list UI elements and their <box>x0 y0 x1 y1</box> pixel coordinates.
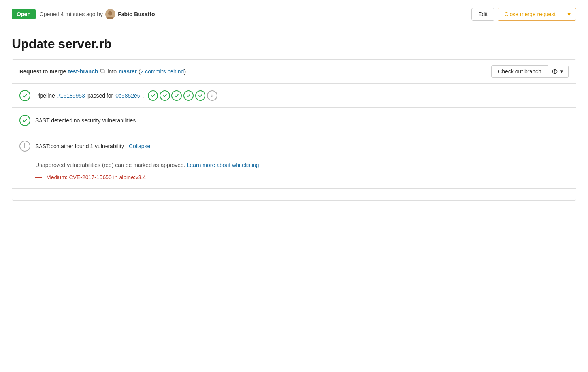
pipeline-row: Pipeline #16189953 passed for 0e5852e6. <box>12 84 576 108</box>
merge-info-right: Check out branch ▼ <box>491 65 569 78</box>
pipeline-text-middle: passed for <box>87 92 113 99</box>
sast-container-text: SAST:container found 1 vulnerability Col… <box>35 143 150 149</box>
check-3[interactable] <box>172 90 182 101</box>
svg-rect-4 <box>101 69 104 72</box>
source-branch[interactable]: test-branch <box>68 68 98 75</box>
close-mr-arrow[interactable]: ▼ <box>562 8 576 20</box>
sast-status-text: SAST detected no security vulnerabilitie… <box>35 117 136 124</box>
mr-meta: Opened 4 minutes ago by Fabio Busatto <box>40 9 155 19</box>
pipeline-text-prefix: Pipeline <box>35 92 55 99</box>
vuln-info-label: Unapproved vulnerabilities (red) can be … <box>35 162 185 168</box>
commits-behind-wrapper: (2 commits behind) <box>139 68 186 75</box>
checkout-button[interactable]: Check out branch <box>491 65 548 78</box>
avatar <box>105 9 115 19</box>
edit-button[interactable]: Edit <box>471 8 494 21</box>
vuln-dash: — <box>35 173 42 181</box>
check-4[interactable] <box>183 90 194 101</box>
svg-point-1 <box>108 11 112 16</box>
close-mr-button-group: Close merge request ▼ <box>498 8 576 21</box>
vuln-cve-link[interactable]: Medium: CVE-2017-15650 in alpine:v3.4 <box>46 174 146 180</box>
target-branch[interactable]: master <box>119 68 137 75</box>
sast-container-warning-icon: ! <box>19 141 30 152</box>
check-1[interactable] <box>148 90 158 101</box>
collapse-link[interactable]: Collapse <box>129 143 150 149</box>
commit-hash[interactable]: 0e5852e6 <box>115 92 140 99</box>
commits-behind[interactable]: 2 commits behind <box>141 68 184 75</box>
opened-text: Opened 4 minutes ago by <box>40 11 103 17</box>
vulnerability-info: Unapproved vulnerabilities (red) can be … <box>12 157 576 188</box>
vuln-item: — Medium: CVE-2017-15650 in alpine:v3.4 <box>35 173 569 181</box>
merge-info-left: Request to merge test-branch into master… <box>19 68 186 75</box>
pipeline-status-icon <box>19 90 30 101</box>
bottom-spacer <box>12 188 576 200</box>
whitelisting-link[interactable]: Learn more about whitelisting <box>187 162 259 168</box>
request-to-merge-text: Request to merge <box>19 68 66 75</box>
sast-container-header: ! SAST:container found 1 vulnerability C… <box>12 133 576 157</box>
open-badge: Open <box>12 9 36 19</box>
sast-status-icon <box>19 115 30 126</box>
sast-container-row: ! SAST:container found 1 vulnerability C… <box>12 133 576 200</box>
close-mr-label[interactable]: Close merge request <box>498 8 562 20</box>
pipeline-checks: » <box>148 90 217 101</box>
pipeline-id[interactable]: #16189953 <box>57 92 85 99</box>
copy-icon[interactable] <box>100 68 106 75</box>
sast-row: SAST detected no security vulnerabilitie… <box>12 108 576 133</box>
checkout-dropdown-arrow: ▼ <box>559 69 564 75</box>
top-bar-right: Edit Close merge request ▼ <box>471 8 576 21</box>
mr-title: Update server.rb <box>12 37 576 51</box>
merge-info-row: Request to merge test-branch into master… <box>12 60 576 84</box>
pipeline-status-text: Pipeline #16189953 passed for 0e5852e6. <box>35 90 217 101</box>
check-5[interactable] <box>195 90 205 101</box>
content-box: Request to merge test-branch into master… <box>12 59 576 201</box>
checkout-arrow-button[interactable]: ▼ <box>548 66 569 78</box>
top-bar: Open Opened 4 minutes ago by Fabio Busat… <box>12 8 576 27</box>
check-more[interactable]: » <box>207 90 217 101</box>
author-name: Fabio Busatto <box>118 11 155 17</box>
vuln-info-text: Unapproved vulnerabilities (red) can be … <box>35 162 569 168</box>
sast-container-label: SAST:container found 1 vulnerability <box>35 143 124 149</box>
into-text: into <box>107 68 117 75</box>
check-2[interactable] <box>160 90 170 101</box>
top-bar-left: Open Opened 4 minutes ago by Fabio Busat… <box>12 9 155 19</box>
